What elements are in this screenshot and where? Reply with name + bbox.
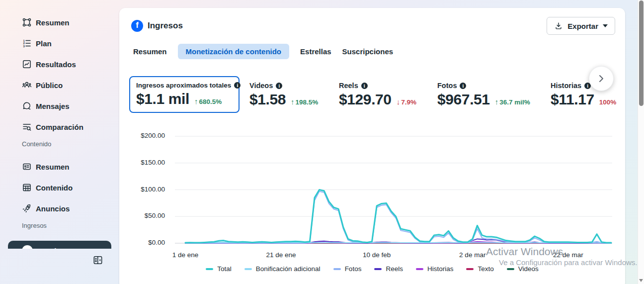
page-header: f Ingresos Exportar <box>119 8 625 35</box>
info-icon[interactable]: i <box>276 83 282 89</box>
scrollbar-down-arrow[interactable] <box>639 279 643 282</box>
arrow-up-icon: ↑ <box>495 97 499 106</box>
sidebar-item-earnings[interactable]: $ Earnings <box>8 241 111 249</box>
scroll-metrics-next-button[interactable] <box>589 66 614 91</box>
audience-icon <box>22 80 32 90</box>
metric-label: Videos <box>249 82 273 90</box>
metric-label: Reels <box>339 82 358 90</box>
metric-value: $1.58 <box>249 91 286 108</box>
sidebar-section-contenido: Contenido <box>22 140 119 149</box>
metric-card-total[interactable]: Ingresos aproximados totales i $1.1 mil … <box>129 76 240 113</box>
metric-card-fotos[interactable]: Fotos i $967.51 ↑36.7 mil% <box>437 76 541 108</box>
series-total <box>185 190 611 243</box>
sidebar-item-resultados[interactable]: Resultados <box>22 57 119 72</box>
sidebar-item-contenido-resumen[interactable]: Resumen <box>22 159 119 174</box>
sidebar-item-contenido[interactable]: Contenido <box>22 180 119 195</box>
sidebar-item-anuncios[interactable]: Anuncios <box>22 201 119 216</box>
sidebar-item-mensajes[interactable]: Mensajes <box>22 98 119 113</box>
legend-label: Videos <box>518 265 539 273</box>
y-axis-tick: $50.00 <box>119 212 165 219</box>
sidebar-item-comparacion[interactable]: Comparación <box>22 119 119 134</box>
content-overview-icon <box>22 162 32 172</box>
legend-swatch <box>333 268 341 270</box>
info-icon[interactable]: i <box>361 83 368 89</box>
legend-item-historias[interactable]: Historias <box>416 265 454 273</box>
page-title: Ingresos <box>148 21 183 31</box>
download-icon <box>554 21 563 30</box>
legend-item-reels[interactable]: Reels <box>374 265 403 273</box>
tab-suscripciones[interactable]: Suscripciones <box>342 44 394 59</box>
legend-swatch <box>466 268 474 270</box>
series-fotos <box>185 191 611 243</box>
tab-resumen[interactable]: Resumen <box>133 44 167 59</box>
metric-card-historias[interactable]: Historias i $11.17 100% <box>551 76 625 108</box>
results-chart-icon <box>22 59 32 69</box>
legend-label: Reels <box>386 265 403 273</box>
metrics-row: Ingresos aproximados totales i $1.1 mil … <box>119 59 625 113</box>
sidebar-item-label: Earnings <box>38 247 70 249</box>
chart-legend: TotalBonificación adicionalFotosReelsHis… <box>119 265 625 273</box>
collapse-sidebar-button[interactable] <box>92 255 103 266</box>
export-button-label: Exportar <box>567 22 598 30</box>
sidebar-item-label: Anuncios <box>36 204 70 213</box>
metric-label: Historias <box>551 82 581 90</box>
legend-label: Total <box>217 265 232 273</box>
legend-label: Historias <box>427 265 454 273</box>
page-scrollbar <box>638 0 644 284</box>
legend-swatch <box>416 268 423 270</box>
tab-monetizacion-de-contenido[interactable]: Monetización de contenido <box>178 44 290 59</box>
legend-item-fotos[interactable]: Fotos <box>333 265 362 273</box>
arrow-down-icon: ↓ <box>397 97 401 106</box>
main-panel: f Ingresos Exportar Resumen Monetización… <box>119 8 625 284</box>
x-axis-tick: 21 de ene <box>266 251 296 259</box>
sidebar-item-label: Público <box>36 81 63 90</box>
content-table-icon <box>22 183 32 192</box>
metric-change: 100% <box>599 98 617 106</box>
numbered-list-icon: 1 2 3 <box>22 38 32 48</box>
x-axis-tick: 10 de feb <box>363 251 391 259</box>
legend-item-texto[interactable]: Texto <box>466 265 493 273</box>
metric-change: ↑36.7 mil% <box>495 97 530 106</box>
scrollbar-thumb[interactable] <box>639 0 644 106</box>
legend-swatch <box>374 268 382 270</box>
metric-label: Fotos <box>437 82 457 90</box>
arrow-up-icon: ↑ <box>194 97 198 105</box>
legend-label: Fotos <box>345 265 362 273</box>
sidebar-list: Resumen 1 2 3 Plan Resultados <box>0 0 119 249</box>
chevron-right-icon <box>596 73 607 84</box>
sidebar-item-resumen[interactable]: Resumen <box>22 15 119 30</box>
tab-bar: Resumen Monetización de contenido Estrel… <box>119 35 625 59</box>
arrow-up-icon: ↑ <box>291 97 295 106</box>
sidebar-item-label: Comparación <box>36 123 83 131</box>
x-axis-tick: 1 de ene <box>172 251 199 259</box>
sidebar-item-label: Resumen <box>36 163 70 171</box>
x-axis-tick: 22 de mar <box>553 251 583 259</box>
chevron-down-icon <box>603 24 608 27</box>
sidebar-item-label: Contenido <box>36 184 73 192</box>
info-icon[interactable]: i <box>460 83 466 89</box>
legend-item-videos[interactable]: Videos <box>507 265 539 273</box>
sidebar-item-label: Plan <box>36 39 52 48</box>
metric-card-reels[interactable]: Reels i $129.70 ↓7.9% <box>339 76 427 108</box>
tab-estrellas[interactable]: Estrellas <box>300 44 331 59</box>
sidebar-section-ingresos: Ingresos <box>22 222 119 231</box>
earnings-coin-icon: $ <box>22 245 33 249</box>
sidebar-item-publico[interactable]: Público <box>22 78 119 93</box>
metric-card-videos[interactable]: Videos i $1.58 ↑198.5% <box>249 76 329 108</box>
info-icon[interactable]: i <box>234 82 241 89</box>
y-axis-tick: $150.00 <box>119 159 165 166</box>
export-button[interactable]: Exportar <box>547 17 615 35</box>
metric-value: $1.1 mil <box>136 91 189 107</box>
sidebar-item-plan[interactable]: 1 2 3 Plan <box>22 36 119 51</box>
benchmarking-icon <box>22 122 32 132</box>
x-axis-tick: 2 de mar <box>459 251 485 259</box>
line-chart-canvas <box>175 136 612 243</box>
sidebar-item-label: Resumen <box>36 18 70 27</box>
overview-icon <box>22 17 32 27</box>
metric-value: $967.51 <box>437 91 490 108</box>
y-axis-tick: $0.00 <box>119 239 165 246</box>
legend-item-bonificación-adicional[interactable]: Bonificación adicional <box>244 265 321 273</box>
legend-label: Bonificación adicional <box>256 265 321 273</box>
legend-item-total[interactable]: Total <box>206 265 232 273</box>
facebook-logo-icon: f <box>131 20 143 32</box>
